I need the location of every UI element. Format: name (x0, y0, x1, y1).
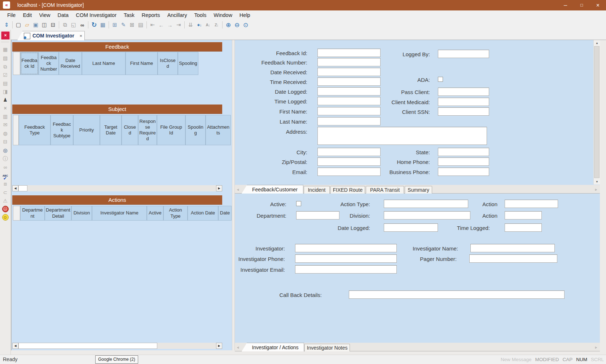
document-info-icon[interactable]: ⓘ (0, 155, 10, 163)
column-header-action-date[interactable]: Action Date (188, 206, 218, 221)
column-header-isclosed[interactable]: IsClosed (158, 52, 178, 75)
scroll-down-icon[interactable]: ▼ (594, 179, 600, 185)
link-grids-icon[interactable]: ⧈ (0, 180, 10, 187)
email-field[interactable] (317, 168, 381, 176)
date-logged-field[interactable] (317, 87, 381, 96)
scroll-right-icon[interactable]: ▶ (216, 343, 222, 349)
sidebar-close-button[interactable]: × (1, 31, 10, 40)
tab-para-transit[interactable]: PARA Transit (366, 186, 404, 194)
scroll-right-icon[interactable]: ▶ (216, 185, 222, 191)
client-medicaid-field[interactable] (438, 98, 489, 106)
scrollbar-thumb[interactable] (18, 185, 27, 191)
actions-horizontal-scrollbar[interactable]: ◀ ▶ (12, 343, 222, 349)
tab-com-investigator[interactable]: ☻ COM Investigator × (22, 31, 85, 40)
card-file-icon[interactable]: ▥ (0, 113, 10, 120)
city-field[interactable] (317, 148, 381, 156)
time-received-field[interactable] (317, 77, 381, 86)
pass-client-field[interactable] (438, 88, 489, 96)
menu-task[interactable]: Task (120, 10, 138, 20)
find-document-icon[interactable]: ◎ (0, 147, 10, 154)
edit-record-icon[interactable]: ✎ (119, 21, 128, 29)
tab-scroll-right-icon[interactable]: ▹ (595, 343, 597, 351)
paste-icon[interactable]: ◱ (69, 21, 78, 29)
find-icon[interactable]: ∞ (78, 21, 87, 29)
tab-summary[interactable]: Summary (405, 186, 432, 194)
menu-reports[interactable]: Reports (138, 10, 164, 20)
pager-number-field[interactable] (469, 254, 557, 263)
save-icon[interactable]: ▣ (31, 21, 40, 29)
zoom-out-icon[interactable]: ⊖ (233, 21, 241, 29)
sort-ascending-icon[interactable]: A↓ (203, 21, 212, 29)
ada-checkbox[interactable] (438, 77, 443, 82)
panel-splitter[interactable] (232, 40, 235, 350)
column-header-action-type[interactable]: Action Type (163, 206, 188, 221)
column-header-date[interactable]: Date (218, 206, 232, 221)
approve-grid-icon[interactable]: ☑ (0, 71, 10, 79)
column-header-file-group-id[interactable]: File Group Id (157, 115, 185, 145)
column-header-priority[interactable]: Priority (73, 115, 100, 145)
tab-close-icon[interactable]: × (79, 31, 82, 40)
investigator-field[interactable] (295, 244, 397, 252)
action-field-b[interactable] (505, 211, 542, 219)
state-field[interactable] (438, 148, 489, 156)
print-icon[interactable]: ⊟ (49, 21, 57, 29)
menu-data[interactable]: Data (54, 10, 73, 20)
active-checkbox[interactable] (296, 201, 301, 206)
new-record-icon[interactable]: ⊞ (110, 21, 119, 29)
scroll-left-icon[interactable]: ◀ (12, 185, 18, 191)
investigator-email-field[interactable] (295, 265, 397, 274)
record-list-icon[interactable]: ▤ (136, 21, 145, 29)
column-header-response-required[interactable]: Response Required (138, 115, 157, 145)
menu-file[interactable]: File (4, 10, 19, 20)
detail-vertical-scrollbar[interactable]: ▲ ▼ (593, 40, 600, 185)
column-header-feedback-number[interactable]: Feedback Number (39, 52, 59, 75)
column-header-attachments[interactable]: Attachments (206, 115, 231, 145)
nav-previous-icon[interactable]: ← (157, 21, 166, 29)
tab-investigator-notes[interactable]: Investigator Notes (304, 344, 350, 351)
first-name-field[interactable] (317, 107, 381, 115)
tab-incident[interactable]: Incident (304, 186, 330, 194)
logged-by-field[interactable] (438, 50, 489, 58)
column-header-feedback-subtype[interactable]: Feedback Subtype (50, 115, 73, 145)
division-field[interactable] (384, 211, 470, 219)
menu-view[interactable]: View (35, 10, 54, 20)
new-document-icon[interactable]: ▢ (14, 21, 23, 29)
tab-feedback-customer[interactable]: Feedback/Customer (247, 185, 303, 194)
column-header-department[interactable]: Department (20, 206, 45, 221)
zoom-window-icon[interactable]: ⊙ (241, 21, 250, 29)
filter-collapse-icon[interactable]: ⇊ (186, 21, 195, 29)
delete-icon[interactable]: × (0, 105, 10, 112)
column-header-feedback-type[interactable]: Feedback Type (19, 115, 50, 145)
home-phone-field[interactable] (438, 157, 489, 166)
date-received-field[interactable] (317, 68, 381, 76)
last-name-field[interactable] (317, 117, 381, 125)
nav-first-icon[interactable]: ⇤ (148, 21, 157, 29)
row-selector-header[interactable] (13, 52, 20, 75)
column-header-closed[interactable]: Closed (122, 115, 138, 145)
zip-postal-field[interactable] (317, 157, 381, 166)
tab-fixed-route[interactable]: FIXED Route (330, 186, 365, 194)
copy-pages-icon[interactable]: ⧉ (0, 63, 10, 70)
action-type-field[interactable] (384, 200, 468, 208)
menu-help[interactable]: Help (236, 10, 254, 20)
scroll-up-icon[interactable]: ▲ (594, 40, 600, 46)
menu-com-investigator[interactable]: COM Investigator (72, 10, 120, 20)
paperclip-icon[interactable]: ⊂ (0, 189, 10, 196)
delete-record-icon[interactable]: ⊠ (128, 21, 136, 29)
menu-edit[interactable]: Edit (19, 10, 35, 20)
call-back-details-field[interactable] (349, 290, 565, 299)
spell-check-icon[interactable]: ABC✔ (0, 172, 10, 179)
feedback-id-field[interactable] (317, 49, 381, 57)
menu-ancillary[interactable]: Ancillary (164, 10, 191, 20)
close-button[interactable]: × (590, 0, 606, 10)
client-ssn-field[interactable] (438, 107, 489, 116)
column-header-division[interactable]: Division (71, 206, 92, 221)
angry-face-icon[interactable]: ☹ (0, 205, 10, 213)
open-folder-icon[interactable]: ▱ (23, 21, 31, 29)
column-header-target-date[interactable]: Target Date (100, 115, 122, 145)
subject-horizontal-scrollbar[interactable]: ◀ ▶ (12, 185, 222, 191)
scroll-left-icon[interactable]: ◀ (12, 343, 18, 349)
print-preview-icon[interactable]: ◫ (40, 21, 49, 29)
action-field-a[interactable] (505, 200, 558, 208)
maximize-button[interactable]: □ (574, 0, 590, 10)
